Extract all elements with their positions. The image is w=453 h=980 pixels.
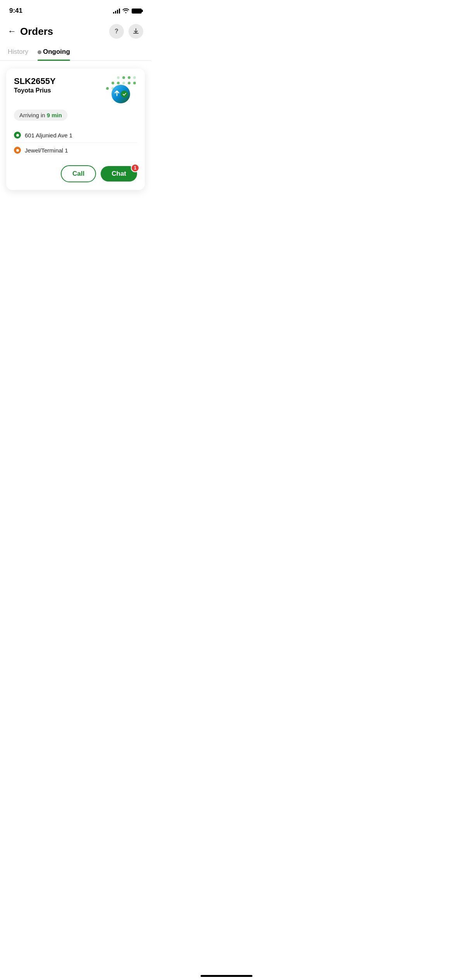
plate-number: SLK2655Y [14,76,56,86]
car-model: Toyota Prius [14,87,56,94]
dropoff-dot-inner [16,149,19,152]
action-buttons: Call Chat 1 [14,165,137,182]
help-button[interactable]: ? [109,24,124,39]
page-title: Orders [20,26,53,38]
pickup-dot [14,132,21,139]
signal-icon [113,8,120,14]
help-icon: ? [115,28,118,35]
wifi-icon [122,8,129,14]
header-actions: ? [109,24,143,39]
tab-history[interactable]: History [8,45,28,60]
download-button[interactable] [129,24,143,39]
card-top: SLK2655Y Toyota Prius [14,76,137,103]
header: ← Orders ? [0,19,151,45]
back-button[interactable]: ← [8,26,16,36]
arriving-badge: Arriving in 9 min [14,110,67,121]
tab-active-dot [38,50,41,54]
status-icon-circle [112,85,130,103]
pickup-row: 601 Aljunied Ave 1 [14,128,137,143]
call-button[interactable]: Call [61,165,96,182]
header-left: ← Orders [8,26,53,38]
dropoff-address: Jewel/Terminal 1 [25,147,68,154]
check-badge [121,91,128,98]
download-icon [132,28,139,35]
status-time: 9:41 [9,7,22,15]
status-area [102,76,137,103]
arrow-up-icon [114,90,120,99]
status-icons [113,8,142,14]
dropoff-row: Jewel/Terminal 1 [14,143,137,158]
chat-badge: 1 [131,164,139,172]
pickup-dot-inner [16,134,19,137]
battery-icon [132,9,142,14]
status-bar: 9:41 [0,0,151,19]
pickup-address: 601 Aljunied Ave 1 [25,132,72,139]
status-circle-inner [114,90,128,99]
tab-ongoing[interactable]: Ongoing [38,45,70,60]
chat-button-wrapper: Chat 1 [101,166,137,182]
car-info: SLK2655Y Toyota Prius [14,76,56,94]
order-card: SLK2655Y Toyota Prius [6,69,145,190]
dropoff-dot [14,147,21,154]
tabs: History Ongoing [0,45,151,61]
locations: 601 Aljunied Ave 1 Jewel/Terminal 1 [14,128,137,158]
arriving-time: 9 min [47,112,62,118]
arriving-text: Arriving in [19,112,45,118]
